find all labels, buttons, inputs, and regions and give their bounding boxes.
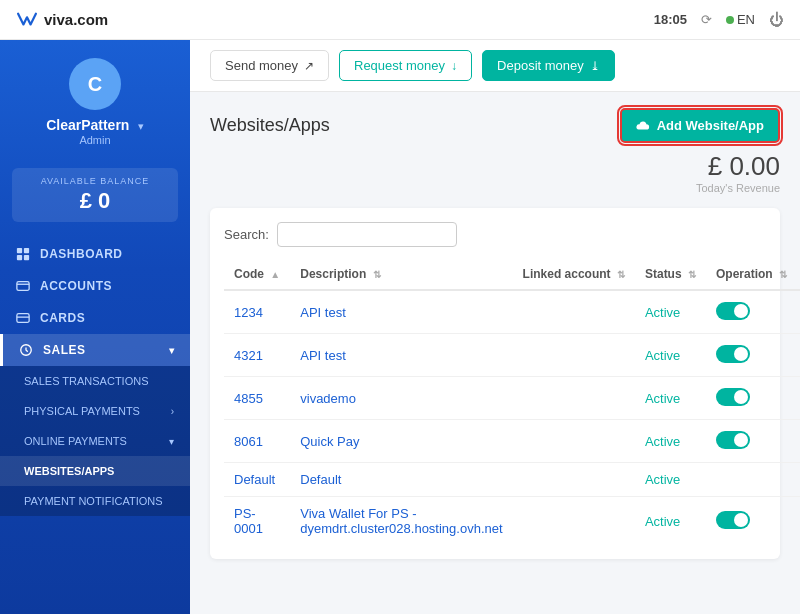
page-title: Websites/Apps bbox=[210, 115, 330, 136]
cell-code: Default bbox=[224, 463, 290, 497]
page-area: Websites/Apps Add Website/App £ 0.00 Tod… bbox=[190, 92, 800, 614]
cell-status: Active bbox=[635, 497, 706, 546]
sort-icon: ⇅ bbox=[688, 269, 696, 280]
cell-operation bbox=[706, 497, 797, 546]
cards-icon bbox=[16, 311, 30, 325]
dashboard-icon bbox=[16, 247, 30, 261]
sidebar-item-label: ACCOUNTS bbox=[40, 279, 112, 293]
cell-status: Active bbox=[635, 290, 706, 334]
sidebar-item-websites-apps[interactable]: WEBSITES/APPS bbox=[0, 456, 190, 486]
cell-linked bbox=[513, 377, 635, 420]
sidebar: C ClearPattern ▾ Admin AVAILABLE BALANCE… bbox=[0, 40, 190, 614]
sidebar-item-physical-payments[interactable]: PHYSICAL PAYMENTS › bbox=[0, 396, 190, 426]
cell-description: Default bbox=[290, 463, 512, 497]
sidebar-item-label: DASHBOARD bbox=[40, 247, 123, 261]
cell-code: 8061 bbox=[224, 420, 290, 463]
sidebar-item-cards[interactable]: CARDS bbox=[0, 302, 190, 334]
table-row: 1234API testActive🗑 Delete bbox=[224, 290, 800, 334]
topbar-time: 18:05 bbox=[654, 12, 687, 27]
search-row: Search: bbox=[224, 222, 766, 247]
deposit-money-icon: ⤓ bbox=[590, 59, 600, 73]
cell-status: Active bbox=[635, 463, 706, 497]
balance-box: AVAILABLE BALANCE £ 0 bbox=[12, 168, 178, 222]
accounts-icon bbox=[16, 279, 30, 293]
table-row: PS-0001Viva Wallet For PS - dyemdrt.clus… bbox=[224, 497, 800, 546]
cell-description: Viva Wallet For PS - dyemdrt.cluster028.… bbox=[290, 497, 512, 546]
power-icon[interactable]: ⏻ bbox=[769, 11, 784, 28]
physical-chevron-icon: › bbox=[171, 406, 174, 417]
svg-rect-0 bbox=[17, 248, 22, 253]
sales-icon bbox=[19, 343, 33, 357]
cell-operation bbox=[706, 463, 797, 497]
cell-linked bbox=[513, 290, 635, 334]
col-code[interactable]: Code ▲ bbox=[224, 259, 290, 290]
revenue-amount: £ 0.00 bbox=[210, 151, 780, 182]
balance-amount: £ 0 bbox=[20, 188, 170, 214]
operation-toggle[interactable] bbox=[716, 431, 750, 449]
cell-operation bbox=[706, 420, 797, 463]
logo-icon bbox=[16, 12, 38, 28]
request-money-button[interactable]: Request money ↓ bbox=[339, 50, 472, 81]
sync-icon: ⟳ bbox=[701, 12, 712, 27]
sidebar-item-accounts[interactable]: ACCOUNTS bbox=[0, 270, 190, 302]
logo-text: viva.com bbox=[44, 11, 108, 28]
cell-code: 1234 bbox=[224, 290, 290, 334]
cell-code: 4855 bbox=[224, 377, 290, 420]
revenue-box: £ 0.00 Today's Revenue bbox=[210, 151, 780, 194]
websites-table: Code ▲ Description ⇅ Linked account ⇅ St… bbox=[224, 259, 800, 545]
cell-description: Quick Pay bbox=[290, 420, 512, 463]
table-row: 4855vivademoActive🗑 Delete bbox=[224, 377, 800, 420]
col-operation[interactable]: Operation ⇅ bbox=[706, 259, 797, 290]
sort-icon: ⇅ bbox=[617, 269, 625, 280]
sidebar-user: C ClearPattern ▾ Admin bbox=[0, 40, 190, 160]
sidebar-item-payment-notifications[interactable]: PAYMENT NOTIFICATIONS bbox=[0, 486, 190, 516]
avatar: C bbox=[69, 58, 121, 110]
sort-icon: ▲ bbox=[270, 269, 280, 280]
operation-toggle[interactable] bbox=[716, 388, 750, 406]
cell-linked bbox=[513, 497, 635, 546]
lang-status-dot bbox=[726, 16, 734, 24]
user-chevron-icon[interactable]: ▾ bbox=[138, 120, 144, 133]
sidebar-item-label: CARDS bbox=[40, 311, 85, 325]
svg-rect-6 bbox=[17, 314, 29, 323]
sidebar-item-label: SALES bbox=[43, 343, 86, 357]
cell-description: API test bbox=[290, 290, 512, 334]
topbar: viva.com 18:05 ⟳ EN ⏻ bbox=[0, 0, 800, 40]
table-row: 4321API testActive🗑 Delete bbox=[224, 334, 800, 377]
cell-code: PS-0001 bbox=[224, 497, 290, 546]
sidebar-item-sales[interactable]: SALES ▾ bbox=[0, 334, 190, 366]
table-row: 8061Quick PayActive🗑 Delete bbox=[224, 420, 800, 463]
cell-status: Active bbox=[635, 334, 706, 377]
col-linked[interactable]: Linked account ⇅ bbox=[513, 259, 635, 290]
cell-operation bbox=[706, 290, 797, 334]
svg-rect-1 bbox=[24, 248, 29, 253]
main-layout: C ClearPattern ▾ Admin AVAILABLE BALANCE… bbox=[0, 40, 800, 614]
operation-toggle[interactable] bbox=[716, 302, 750, 320]
operation-toggle[interactable] bbox=[716, 511, 750, 529]
revenue-label: Today's Revenue bbox=[210, 182, 780, 194]
language-selector[interactable]: EN bbox=[726, 12, 755, 27]
page-header: Websites/Apps Add Website/App bbox=[210, 108, 780, 143]
table-row: DefaultDefaultActive bbox=[224, 463, 800, 497]
col-status[interactable]: Status ⇅ bbox=[635, 259, 706, 290]
cell-linked bbox=[513, 334, 635, 377]
add-website-button[interactable]: Add Website/App bbox=[620, 108, 780, 143]
sidebar-item-online-payments[interactable]: ONLINE PAYMENTS ▾ bbox=[0, 426, 190, 456]
cell-status: Active bbox=[635, 377, 706, 420]
user-role: Admin bbox=[12, 134, 178, 146]
search-input[interactable] bbox=[277, 222, 457, 247]
svg-rect-2 bbox=[17, 255, 22, 260]
cell-operation bbox=[706, 377, 797, 420]
deposit-money-button[interactable]: Deposit money ⤓ bbox=[482, 50, 615, 81]
balance-label: AVAILABLE BALANCE bbox=[20, 176, 170, 186]
operation-toggle[interactable] bbox=[716, 345, 750, 363]
send-money-button[interactable]: Send money ↗ bbox=[210, 50, 329, 81]
logo: viva.com bbox=[16, 11, 108, 28]
action-bar: Send money ↗ Request money ↓ Deposit mon… bbox=[190, 40, 800, 92]
col-description[interactable]: Description ⇅ bbox=[290, 259, 512, 290]
sidebar-item-dashboard[interactable]: DASHBOARD bbox=[0, 238, 190, 270]
online-chevron-icon: ▾ bbox=[169, 436, 174, 447]
sales-subnav: SALES TRANSACTIONS PHYSICAL PAYMENTS › O… bbox=[0, 366, 190, 516]
sidebar-item-sales-transactions[interactable]: SALES TRANSACTIONS bbox=[0, 366, 190, 396]
user-name: ClearPattern ▾ bbox=[12, 116, 178, 134]
